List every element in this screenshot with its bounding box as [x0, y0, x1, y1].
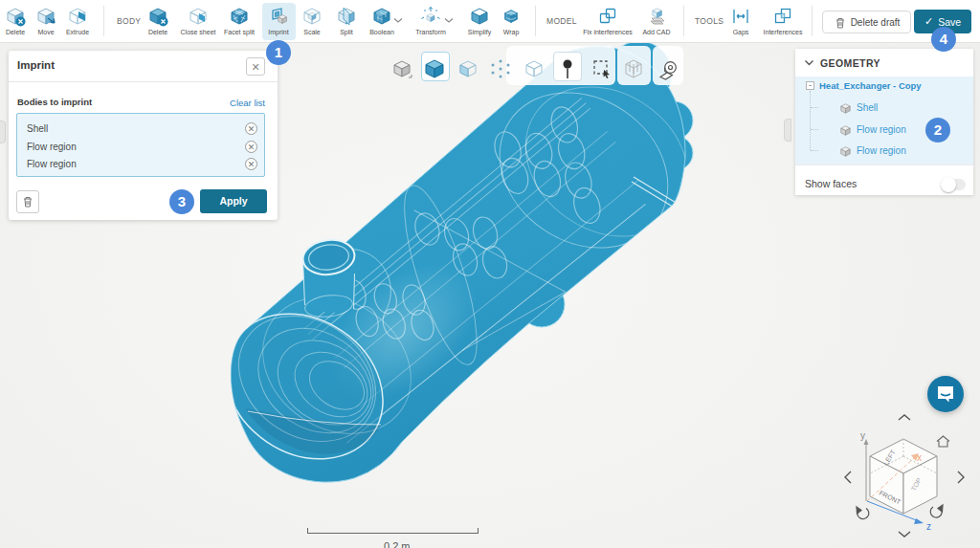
svg-text:y: y	[860, 430, 865, 441]
svg-text:x: x	[917, 452, 922, 463]
svg-text:z: z	[926, 521, 931, 532]
